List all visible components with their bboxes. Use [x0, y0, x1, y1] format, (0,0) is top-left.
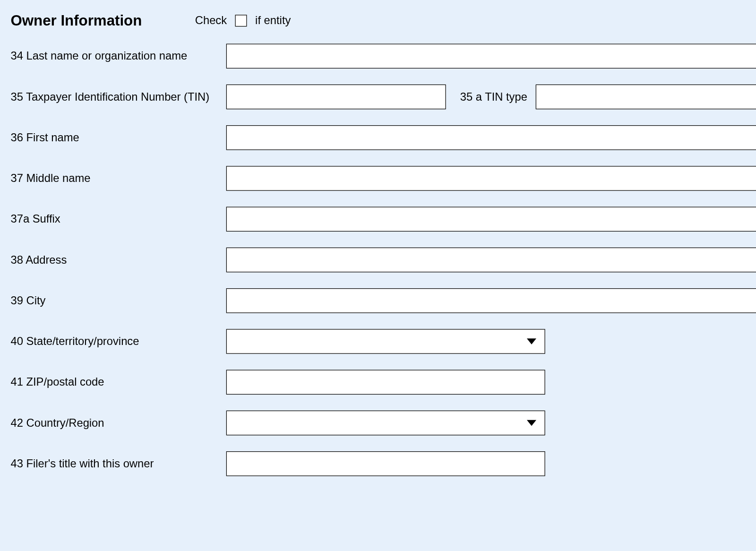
row-state: 40 State/territory/province	[11, 329, 756, 354]
label-address: 38 Address	[11, 253, 226, 267]
row-middle-name: 37 Middle name	[11, 166, 756, 191]
label-state: 40 State/territory/province	[11, 335, 226, 348]
row-zip: 41 ZIP/postal code	[11, 370, 756, 395]
entity-checkbox[interactable]	[235, 15, 247, 26]
check-label-left: Check	[195, 14, 227, 27]
entity-check-group: Check if entity	[195, 14, 291, 27]
row-tin: 35 Taxpayer Identification Number (TIN) …	[11, 85, 756, 110]
label-suffix: 37a Suffix	[11, 213, 226, 226]
section-header: Owner Information Check if entity + -	[11, 12, 756, 29]
input-suffix[interactable]	[226, 207, 756, 232]
input-tin[interactable]	[226, 85, 446, 110]
row-suffix: 37a Suffix	[11, 207, 756, 232]
label-tin-type: 35 a TIN type	[460, 90, 527, 103]
chevron-down-icon	[527, 338, 536, 344]
label-tin: 35 Taxpayer Identification Number (TIN)	[11, 90, 226, 103]
input-zip[interactable]	[226, 370, 545, 395]
label-first-name: 36 First name	[11, 131, 226, 145]
input-first-name[interactable]	[226, 125, 756, 150]
row-filer-title: 43 Filer's title with this owner	[11, 451, 756, 476]
label-city: 39 City	[11, 294, 226, 308]
chevron-down-icon	[527, 420, 536, 426]
label-country: 42 Country/Region	[11, 416, 226, 430]
row-address: 38 Address	[11, 248, 756, 273]
label-middle-name: 37 Middle name	[11, 172, 226, 185]
input-address[interactable]	[226, 248, 756, 273]
input-middle-name[interactable]	[226, 166, 756, 191]
check-label-right: if entity	[255, 14, 291, 27]
label-zip: 41 ZIP/postal code	[11, 376, 226, 389]
label-filer-title: 43 Filer's title with this owner	[11, 457, 226, 471]
owner-information-section: Owner Information Check if entity + - 34…	[0, 0, 756, 476]
row-country: 42 Country/Region	[11, 411, 756, 436]
select-state[interactable]	[226, 329, 545, 354]
row-last-name: 34 Last name or organization name	[11, 44, 756, 69]
select-tin-type[interactable]	[535, 85, 756, 110]
input-filer-title[interactable]	[226, 451, 545, 476]
row-first-name: 36 First name	[11, 125, 756, 150]
section-title: Owner Information	[11, 12, 142, 29]
label-last-name: 34 Last name or organization name	[11, 50, 226, 63]
row-city: 39 City	[11, 288, 756, 313]
input-city[interactable]	[226, 288, 756, 313]
select-country[interactable]	[226, 411, 545, 436]
input-last-name[interactable]	[226, 44, 756, 69]
